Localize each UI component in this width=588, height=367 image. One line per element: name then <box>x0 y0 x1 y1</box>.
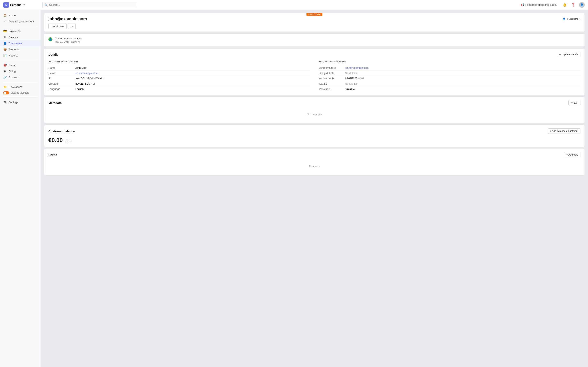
details-header: Details ✏ Update details <box>48 52 580 57</box>
balance-currency: EUR <box>66 140 72 143</box>
sidebar-item-products[interactable]: 📦 Products <box>0 46 41 52</box>
detail-label-created: Created <box>48 82 75 85</box>
developers-icon: 📁 <box>3 85 7 89</box>
check-icon: ✓ <box>3 20 7 23</box>
help-button[interactable]: ❓ <box>571 2 576 8</box>
main-layout: 🏠 Home ✓ Activate your account 💳 Payment… <box>0 10 588 367</box>
add-note-button[interactable]: + Add note <box>48 23 67 29</box>
sidebar-item-activate[interactable]: ✓ Activate your account <box>0 18 41 25</box>
sidebar-item-label: Payments <box>9 30 20 33</box>
sidebar-item-balance[interactable]: ⇅ Balance <box>0 34 41 40</box>
sidebar-tools-section: 🎯 Radar ◉ Billing 🔗 Connect <box>0 62 41 80</box>
update-details-label: Update details <box>562 53 578 56</box>
balance-title: Customer balance <box>48 129 75 133</box>
detail-label-send-emails: Send emails to <box>319 66 345 69</box>
detail-value-created: Nov 21, 6:19 PM <box>75 82 95 85</box>
sidebar-item-reports[interactable]: 📊 Reports <box>0 52 41 58</box>
billing-info-heading: BILLING INFORMATION <box>319 60 580 63</box>
customer-email: john@example.com <box>48 17 87 21</box>
billing-info-section: BILLING INFORMATION Send emails to john@… <box>319 60 580 92</box>
payments-icon: 💳 <box>3 29 7 33</box>
pencil-icon: ✏ <box>559 53 561 56</box>
sidebar-main-section: 🏠 Home ✓ Activate your account <box>0 12 41 25</box>
detail-label-name: Name <box>48 66 75 69</box>
sidebar-divider-3 <box>3 82 37 82</box>
test-data-toggle[interactable]: Viewing test data <box>0 90 41 96</box>
details-title: Details <box>48 53 58 56</box>
cards-card: Cards + Add card No cards <box>44 149 585 175</box>
edit-metadata-button[interactable]: ✏ Edit <box>568 100 580 105</box>
sidebar-item-developers[interactable]: 📁 Developers <box>0 84 41 90</box>
search-bar: 🔍 <box>43 2 136 8</box>
search-input[interactable] <box>43 2 136 8</box>
add-card-label: + Add card <box>566 153 578 156</box>
detail-row-tax-ids: Tax IDs No tax IDs <box>319 81 580 86</box>
sidebar: 🏠 Home ✓ Activate your account 💳 Payment… <box>0 10 41 367</box>
metadata-header: Metadata ✏ Edit <box>48 100 580 105</box>
sidebar-item-label: Settings <box>9 101 18 104</box>
more-label: ··· <box>71 25 73 28</box>
avatar[interactable]: 👤 <box>579 2 585 8</box>
notifications-button[interactable]: 🔔 <box>562 2 568 8</box>
radar-icon: 🎯 <box>3 63 7 67</box>
search-icon: 🔍 <box>44 3 48 6</box>
sidebar-divider-2 <box>3 60 37 60</box>
prefix-suffix: -0001 <box>357 77 364 80</box>
header-card-top: john@example.com 👤 CUSTOMER <box>48 17 580 21</box>
add-card-button[interactable]: + Add card <box>564 152 580 157</box>
detail-value-billing-details: No details <box>345 72 357 75</box>
detail-value-id: cus_GDkoFXkhsMSIXU <box>75 77 103 80</box>
details-card: Details ✏ Update details ACCOUNT INFORMA… <box>44 48 585 95</box>
sidebar-item-billing[interactable]: ◉ Billing <box>0 68 41 74</box>
sidebar-item-home[interactable]: 🏠 Home <box>0 12 41 18</box>
sidebar-item-settings[interactable]: ⚙ Settings <box>0 99 41 105</box>
sidebar-divider-4 <box>3 97 37 98</box>
sidebar-item-connect[interactable]: 🔗 Connect <box>0 74 41 80</box>
detail-label-tax-ids: Tax IDs <box>319 82 345 85</box>
toggle-switch[interactable] <box>3 91 9 94</box>
detail-label-invoice-prefix: Invoice prefix <box>319 77 345 80</box>
settings-icon: ⚙ <box>3 100 7 104</box>
sidebar-item-label: Reports <box>9 54 18 57</box>
add-balance-adjustment-button[interactable]: + Add balance adjustment <box>548 128 580 134</box>
bell-icon: 🔔 <box>563 3 567 7</box>
no-metadata-label: No metadata <box>48 109 580 120</box>
sidebar-item-label: Customers <box>9 42 22 45</box>
top-navigation: S Personal ▾ 🔍 📢 Feedback about this pag… <box>0 0 588 10</box>
detail-row-name: Name John Doe <box>48 65 310 71</box>
update-details-button[interactable]: ✏ Update details <box>557 52 580 57</box>
timeline-event-time: Nov 21, 2019, 6:19 PM <box>55 40 81 43</box>
sidebar-item-label: Connect <box>9 76 18 79</box>
balance-amount: €0.00 EUR <box>48 137 580 143</box>
customer-type-badge: 👤 CUSTOMER <box>563 17 580 20</box>
brand-dropdown-icon[interactable]: ▾ <box>24 3 25 6</box>
account-info-heading: ACCOUNT INFORMATION <box>48 60 310 63</box>
detail-value-email[interactable]: john@example.com <box>75 72 98 75</box>
sidebar-item-payments[interactable]: 💳 Payments <box>0 28 41 34</box>
timeline-content: Customer was created Nov 21, 2019, 6:19 … <box>55 37 81 43</box>
timeline-card: 👤 Customer was created Nov 21, 2019, 6:1… <box>44 33 585 47</box>
detail-value-language: English <box>75 87 84 91</box>
detail-value-invoice-prefix: 6B63E677-0001 <box>345 77 364 80</box>
detail-value-tax-ids: No tax IDs <box>345 82 357 85</box>
detail-value-name: John Doe <box>75 66 86 69</box>
sidebar-item-radar[interactable]: 🎯 Radar <box>0 62 41 68</box>
test-data-label: Viewing test data <box>11 91 29 94</box>
customer-balance-card: Customer balance + Add balance adjustmen… <box>44 125 585 147</box>
feedback-button[interactable]: 📢 Feedback about this page? <box>519 2 559 7</box>
more-button[interactable]: ··· <box>68 23 76 29</box>
detail-value-send-emails[interactable]: john@example.com <box>345 66 369 69</box>
stripe-icon: S <box>3 2 9 8</box>
cards-header: Cards + Add card <box>48 152 580 157</box>
no-cards-label: No cards <box>48 161 580 172</box>
detail-row-tax-status: Tax status Taxable <box>319 86 580 92</box>
detail-label-language: Language <box>48 87 75 91</box>
test-data-badge: TEST DATA <box>306 13 322 16</box>
reports-icon: 📊 <box>3 54 7 57</box>
brand-logo[interactable]: S Personal ▾ <box>3 2 40 8</box>
sidebar-item-customers[interactable]: 👤 Customers <box>0 40 41 46</box>
sidebar-item-label: Balance <box>9 36 18 39</box>
balance-value: €0.00 <box>48 137 63 143</box>
home-icon: 🏠 <box>3 14 7 17</box>
detail-value-tax-status: Taxable <box>345 87 355 91</box>
